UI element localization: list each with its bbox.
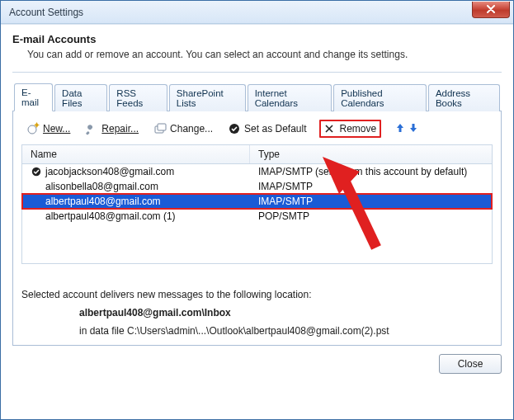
column-name[interactable]: Name	[22, 145, 250, 163]
page-title: E-mail Accounts	[12, 33, 502, 45]
move-up-button[interactable]	[396, 123, 404, 134]
repair-label: Repair...	[101, 123, 139, 134]
close-button[interactable]: Close	[439, 354, 502, 374]
tab-rss-feeds[interactable]: RSS Feeds	[109, 84, 167, 111]
reorder-arrows	[396, 123, 417, 134]
new-icon	[26, 122, 40, 135]
tab-internet-calendars[interactable]: Internet Calendars	[248, 84, 332, 111]
account-type: IMAP/SMTP	[250, 194, 492, 209]
remove-account-button[interactable]: Remove	[319, 120, 381, 138]
move-down-button[interactable]	[409, 123, 417, 134]
delivery-datafile-path: C:\Users\admin\...\Outlook\albertpaul408…	[127, 325, 389, 337]
new-account-button[interactable]: New...	[25, 120, 72, 137]
titlebar: Account Settings	[1, 1, 513, 24]
delivery-intro: Selected account delivers new messages t…	[21, 289, 493, 300]
change-icon	[153, 122, 167, 135]
table-header: Name Type	[22, 145, 492, 164]
arrow-down-icon	[409, 123, 417, 133]
account-name: albertpaul408@gmail.com	[45, 196, 161, 207]
table-row[interactable]: jacobjackson408@gmail.com IMAP/SMTP (sen…	[22, 164, 492, 179]
tab-data-files[interactable]: Data Files	[54, 84, 107, 111]
tab-published-calendars[interactable]: Published Calendars	[333, 84, 427, 111]
close-icon	[486, 5, 496, 13]
account-name: alisonbella08@gmail.com	[45, 181, 158, 192]
check-circle-icon	[228, 122, 241, 135]
tab-panel-email: New... Repair... Change...	[12, 111, 502, 346]
column-type[interactable]: Type	[250, 145, 492, 163]
toolbar: New... Repair... Change...	[21, 118, 493, 144]
page-subtitle: You can add or remove an account. You ca…	[27, 49, 502, 60]
remove-icon	[323, 122, 336, 135]
delivery-mailbox: albertpaul408@gmail.com	[79, 307, 201, 319]
repair-icon	[85, 122, 98, 135]
accounts-table: Name Type jacobjackson408@gmail.com IMAP…	[21, 144, 493, 264]
svg-point-0	[28, 125, 36, 134]
repair-account-button[interactable]: Repair...	[83, 120, 140, 137]
table-row[interactable]: alisonbella08@gmail.com IMAP/SMTP	[22, 179, 492, 194]
delivery-datafile-prefix: in data file	[79, 325, 127, 337]
new-label: New...	[43, 123, 70, 134]
default-indicator-icon	[31, 167, 42, 177]
divider	[12, 72, 502, 73]
change-label: Change...	[170, 123, 213, 134]
svg-point-5	[32, 168, 40, 176]
account-name: albertpaul408@gmail.com (1)	[45, 210, 176, 222]
set-default-label: Set as Default	[244, 123, 306, 134]
account-settings-dialog: Account Settings E-mail Accounts You can…	[0, 0, 514, 420]
table-row[interactable]: albertpaul408@gmail.com IMAP/SMTP	[22, 194, 492, 209]
table-row[interactable]: albertpaul408@gmail.com (1) POP/SMTP	[22, 209, 492, 224]
account-type: IMAP/SMTP	[250, 179, 492, 194]
tabstrip: E-mail Data Files RSS Feeds SharePoint L…	[12, 83, 502, 111]
account-type: POP/SMTP	[250, 209, 492, 224]
arrow-up-icon	[396, 123, 404, 133]
window-close-button[interactable]	[472, 2, 510, 18]
svg-rect-1	[86, 131, 90, 135]
delivery-folder: \Inbox	[201, 307, 230, 319]
tab-sharepoint-lists[interactable]: SharePoint Lists	[169, 84, 246, 111]
remove-label: Remove	[339, 123, 376, 134]
window-title: Account Settings	[1, 7, 472, 18]
account-name: jacobjackson408@gmail.com	[45, 166, 174, 177]
dialog-buttons: Close	[12, 354, 502, 374]
delivery-info: Selected account delivers new messages t…	[21, 289, 493, 337]
change-account-button[interactable]: Change...	[152, 120, 215, 137]
account-type: IMAP/SMTP (send from this account by def…	[250, 164, 492, 179]
table-body: jacobjackson408@gmail.com IMAP/SMTP (sen…	[22, 164, 492, 263]
svg-rect-3	[158, 124, 166, 130]
tab-email[interactable]: E-mail	[14, 83, 53, 111]
set-default-button[interactable]: Set as Default	[226, 120, 308, 137]
tab-address-books[interactable]: Address Books	[428, 84, 500, 111]
